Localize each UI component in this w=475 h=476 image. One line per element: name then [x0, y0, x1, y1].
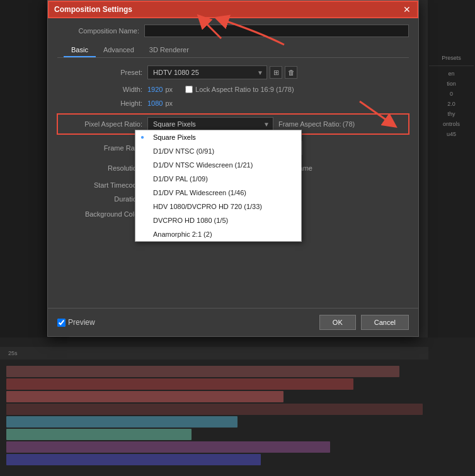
lock-aspect-checkbox[interactable] [185, 86, 193, 93]
timeline-area: 25s [0, 337, 475, 476]
rp-controls: ontrols [429, 120, 474, 128]
par-dropdown: Square Pixels D1/DV NTSC (0/91) D1/DV NT… [135, 130, 302, 242]
dropdown-item-5[interactable]: HDV 1080/DVCPRO HD 720 (1/33) [135, 200, 301, 213]
rp-20: 2.0 [429, 99, 474, 108]
timeline-bar-2 [6, 378, 353, 390]
composition-settings-dialog: Composition Settings ✕ Composition Name:… [47, 0, 419, 337]
start-timecode-label: Start Timecode: [60, 181, 142, 189]
rp-u45: u45 [429, 130, 474, 139]
rp-thy: thy [429, 110, 474, 118]
width-row: Width: 1920 px Lock Aspect Ratio to 16:9… [60, 86, 406, 93]
dialog-title: Composition Settings [54, 5, 132, 14]
preview-check: Preview [57, 318, 95, 327]
timeline-bar-6 [6, 429, 192, 440]
height-row: Height: 1080 px [60, 99, 406, 107]
rp-0: 0 [429, 89, 474, 98]
tabs: Basic Advanced 3D Renderer [57, 43, 409, 58]
preview-checkbox[interactable] [57, 319, 66, 327]
bg-color-label: Background Color: [60, 210, 142, 218]
dropdown-item-4[interactable]: D1/DV PAL Widescreen (1/46) [135, 186, 301, 200]
dropdown-item-7[interactable]: Anamorphic 2:1 (2) [135, 227, 301, 241]
timeline-bar-7 [6, 441, 330, 453]
timeline-bar-5 [6, 416, 238, 428]
rp-tion: tion [429, 79, 474, 88]
timeline-marker: 25s [8, 350, 18, 356]
dropdown-item-3[interactable]: D1/DV PAL (1/09) [135, 172, 301, 186]
frame-aspect-value: (78) [343, 120, 355, 128]
par-label: Pixel Aspect Ratio: [60, 120, 142, 128]
tab-basic[interactable]: Basic [64, 43, 96, 57]
frame-rate-label: Frame Rate: [60, 144, 142, 152]
dropdown-item-2[interactable]: D1/DV NTSC Widescreen (1/21) [135, 158, 301, 172]
timeline-bars [0, 363, 475, 476]
ok-button[interactable]: OK [319, 315, 356, 330]
preset-save-icon[interactable]: ⊞ [270, 66, 282, 79]
preset-row: Preset: HDTV 1080 25 ▼ ⊞ 🗑 [60, 65, 406, 79]
dialog-footer: Preview OK Cancel [48, 308, 418, 336]
right-panel: Presets en tion 0 2.0 thy ontrols u45 [428, 50, 475, 189]
timeline-header: 25s [0, 347, 428, 360]
timeline-bar-8 [6, 454, 261, 465]
close-button[interactable]: ✕ [402, 4, 412, 14]
timeline-bar-1 [6, 366, 399, 377]
width-unit: px [165, 86, 173, 93]
par-select[interactable]: Square Pixels [147, 117, 273, 131]
comp-name-input[interactable] [144, 25, 409, 37]
height-unit: px [165, 99, 173, 107]
dropdown-item-6[interactable]: DVCPRO HD 1080 (1/5) [135, 213, 301, 227]
timeline-bar-4 [6, 404, 423, 415]
preset-controls: HDTV 1080 25 ▼ ⊞ 🗑 [147, 65, 297, 79]
tab-3d-renderer[interactable]: 3D Renderer [142, 43, 197, 57]
duration-label: Duration: [60, 195, 142, 203]
timeline-bar-3 [6, 391, 283, 402]
lock-aspect-label: Lock Aspect Ratio to 16:9 (1/78) [195, 86, 294, 93]
par-select-wrapper: Square Pixels ▼ [147, 117, 273, 131]
cancel-button[interactable]: Cancel [361, 315, 409, 330]
preset-select-wrapper: HDTV 1080 25 ▼ [147, 65, 267, 79]
tab-advanced[interactable]: Advanced [96, 43, 142, 57]
dropdown-item-0[interactable]: Square Pixels [135, 130, 301, 144]
height-label: Height: [60, 99, 142, 107]
resolution-label: Resolution: [60, 164, 142, 172]
width-value[interactable]: 1920 [147, 86, 163, 93]
comp-name-label: Composition Name: [57, 27, 139, 35]
height-value[interactable]: 1080 [147, 99, 163, 107]
preset-select[interactable]: HDTV 1080 25 [147, 65, 267, 79]
lock-row: Lock Aspect Ratio to 16:9 (1/78) [185, 86, 294, 93]
dropdown-item-1[interactable]: D1/DV NTSC (0/91) [135, 144, 301, 158]
preset-delete-icon[interactable]: 🗑 [285, 66, 297, 79]
preview-label: Preview [68, 318, 95, 327]
rp-en: en [429, 69, 474, 78]
rp-presets: Presets [429, 54, 474, 62]
width-label: Width: [60, 86, 142, 93]
preset-label: Preset: [60, 69, 142, 76]
comp-name-row: Composition Name: [57, 25, 409, 37]
dialog-titlebar: Composition Settings ✕ [48, 1, 418, 18]
frame-aspect-label: Frame Aspect Ratio: [278, 120, 341, 128]
